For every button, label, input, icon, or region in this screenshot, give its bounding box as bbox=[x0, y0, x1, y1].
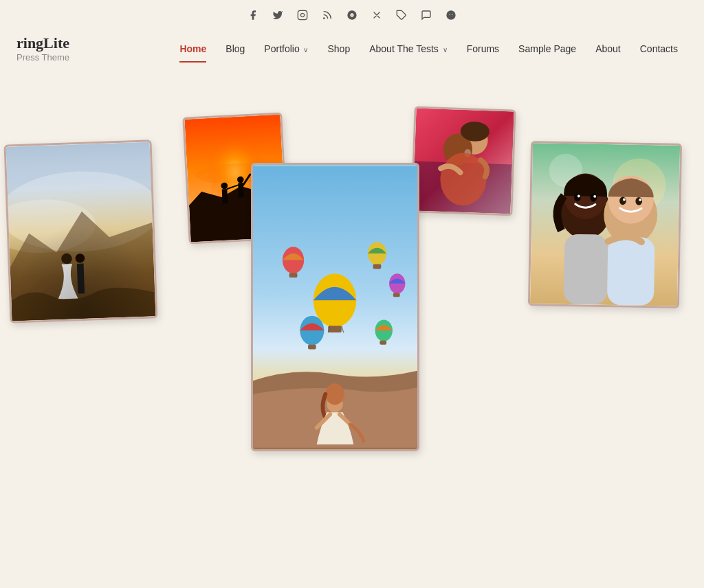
svg-rect-0 bbox=[298, 10, 307, 19]
svg-rect-11 bbox=[77, 264, 85, 294]
nav-shop[interactable]: Shop bbox=[318, 38, 360, 60]
svg-rect-35 bbox=[308, 345, 316, 350]
couple-hug-photo bbox=[412, 109, 514, 214]
reddit-icon[interactable] bbox=[345, 8, 359, 22]
svg-rect-33 bbox=[393, 293, 400, 297]
gallery-card-balloons[interactable] bbox=[251, 163, 419, 451]
puzzle-icon[interactable] bbox=[395, 8, 408, 22]
wechat-icon[interactable] bbox=[419, 8, 433, 22]
nav-contacts[interactable]: Contacts bbox=[630, 38, 688, 60]
balloons-photo bbox=[253, 165, 417, 449]
svg-rect-64 bbox=[564, 234, 608, 305]
svg-point-2 bbox=[324, 18, 324, 19]
facebook-icon[interactable] bbox=[246, 8, 260, 22]
svg-rect-29 bbox=[289, 273, 298, 278]
svg-rect-16 bbox=[222, 189, 228, 203]
discord-icon[interactable] bbox=[444, 8, 458, 22]
nav-sample-page[interactable]: Sample Page bbox=[509, 38, 586, 60]
wedding-photo bbox=[6, 142, 156, 321]
gallery bbox=[0, 87, 704, 554]
twitter-icon[interactable] bbox=[271, 8, 285, 22]
gallery-card-smiling[interactable] bbox=[528, 141, 682, 308]
header: ringLite Press Theme Home Blog Portfolio… bbox=[0, 29, 704, 74]
gallery-card-couple-hug[interactable] bbox=[410, 106, 516, 216]
svg-rect-37 bbox=[380, 341, 386, 345]
about-tests-chevron: ∨ bbox=[441, 46, 448, 54]
nav-portfolio[interactable]: Portfolio ∨ bbox=[254, 38, 318, 60]
logo-subtitle: Press Theme bbox=[16, 52, 99, 63]
main-nav: Home Blog Portfolio ∨ Shop About The Tes… bbox=[170, 38, 688, 60]
nav-about[interactable]: About bbox=[586, 38, 630, 60]
rss-icon[interactable] bbox=[320, 8, 334, 22]
nav-blog[interactable]: Blog bbox=[216, 38, 254, 60]
svg-point-9 bbox=[61, 253, 72, 264]
svg-point-5 bbox=[446, 10, 455, 19]
instagram-icon[interactable] bbox=[296, 8, 309, 22]
logo-title: ringLite bbox=[16, 34, 99, 52]
nav-about-tests[interactable]: About The Tests ∨ bbox=[360, 38, 456, 60]
social-bar bbox=[0, 0, 704, 29]
logo: ringLite Press Theme bbox=[16, 34, 99, 63]
gallery-card-wedding[interactable] bbox=[4, 139, 158, 323]
portfolio-chevron: ∨ bbox=[302, 46, 309, 54]
svg-point-39 bbox=[325, 383, 344, 405]
svg-point-10 bbox=[75, 253, 85, 263]
svg-rect-31 bbox=[373, 264, 382, 269]
svg-rect-65 bbox=[607, 237, 655, 306]
nav-forums[interactable]: Forums bbox=[457, 38, 509, 60]
smiling-photo bbox=[530, 143, 680, 306]
x-icon[interactable] bbox=[370, 8, 384, 22]
nav-home[interactable]: Home bbox=[170, 38, 216, 60]
svg-rect-6 bbox=[6, 142, 156, 321]
